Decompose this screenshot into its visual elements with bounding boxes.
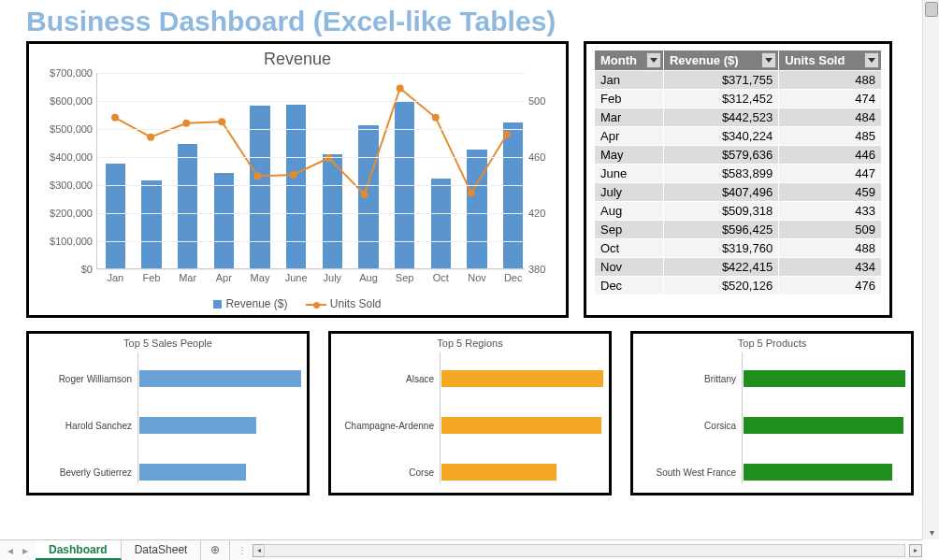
hbar-label: Corsica: [639, 421, 742, 431]
table-row: July$407,496459: [595, 183, 882, 202]
units-point: [147, 134, 154, 141]
y-left-tick: $400,000: [50, 151, 93, 163]
mini-chart-panel: Top 5 Sales PeopleRoger WilliamsonHarold…: [26, 331, 310, 495]
legend-line-swatch: [306, 304, 326, 306]
y-left-tick: $0: [81, 264, 93, 275]
gridline: [97, 269, 525, 270]
table-cell: June: [595, 165, 664, 183]
filter-dropdown-icon[interactable]: [761, 52, 776, 68]
table-cell: 488: [779, 239, 882, 258]
hbar: [744, 464, 892, 481]
x-tick-label: Oct: [433, 268, 449, 283]
tab-nav-arrows[interactable]: ◂ ▸: [0, 540, 36, 560]
hscroll-right-icon[interactable]: ▸: [909, 544, 922, 557]
units-point: [432, 114, 440, 122]
tab-datasheet[interactable]: DataSheet: [122, 540, 202, 560]
units-point: [361, 191, 368, 198]
table-row: Mar$442,523484: [595, 108, 882, 127]
filter-dropdown-icon[interactable]: [646, 52, 661, 68]
units-point: [397, 84, 404, 92]
hbar: [139, 370, 301, 387]
table-row: June$583,899447: [595, 165, 882, 183]
horizontal-scrollbar[interactable]: ⋮ ◂ ▸: [229, 540, 922, 560]
vscroll-down-icon[interactable]: ▾: [927, 528, 936, 538]
units-line: [115, 88, 507, 194]
tab-nav-prev-icon[interactable]: ◂: [7, 544, 13, 557]
y-right-tick: 380: [528, 264, 545, 275]
table-cell: Mar: [595, 108, 664, 127]
table-cell: Nov: [595, 258, 664, 277]
table-cell: 434: [779, 258, 882, 277]
hbar-label: Beverly Gutierrez: [35, 467, 137, 478]
table-row: Oct$319,760488: [595, 239, 882, 258]
table-cell: 488: [779, 71, 882, 90]
hscroll-track[interactable]: [264, 544, 905, 557]
table-header[interactable]: Revenue ($): [663, 50, 778, 71]
hbar-row: Alsace: [337, 369, 598, 388]
units-point: [325, 154, 333, 162]
tab-nav-next-icon[interactable]: ▸: [22, 544, 28, 557]
table-cell: Feb: [595, 90, 664, 108]
hbar: [744, 370, 905, 387]
table-cell: $422,415: [663, 258, 778, 277]
table-row: Feb$312,452474: [595, 90, 882, 108]
hbar: [139, 417, 256, 434]
page-title: Business Dashboard (Excel-like Tables): [0, 0, 939, 41]
table-cell: 476: [779, 277, 882, 295]
table-cell: Aug: [595, 202, 664, 221]
hbar-label: Champagne-Ardenne: [337, 421, 440, 431]
hbar-row: Beverly Gutierrez: [35, 463, 296, 481]
x-tick-label: July: [324, 268, 342, 283]
vscroll-thumb[interactable]: [925, 2, 938, 17]
units-point: [503, 131, 511, 138]
mini-chart-title: Top 5 Products: [639, 337, 905, 349]
x-tick-label: Mar: [179, 268, 196, 283]
y-left-tick: $200,000: [50, 208, 93, 219]
y-right-tick: 420: [528, 208, 545, 219]
gridline: [97, 185, 525, 186]
table-row: Sep$596,425509: [595, 221, 882, 239]
table-row: Jan$371,755488: [595, 71, 882, 90]
table-cell: $312,452: [663, 90, 778, 108]
mini-chart-title: Top 5 Regions: [337, 337, 603, 349]
hbar-row: Champagne-Ardenne: [337, 416, 598, 435]
table-cell: $442,523: [663, 108, 778, 127]
hbar-row: Roger Williamson: [35, 369, 296, 388]
table-cell: Dec: [595, 277, 664, 295]
table-cell: July: [595, 183, 664, 202]
units-point: [468, 189, 475, 196]
table-cell: 484: [779, 108, 882, 127]
splitter-handle-icon[interactable]: ⋮: [234, 545, 251, 555]
table-row: May$579,636446: [595, 146, 882, 165]
data-table: MonthRevenue ($)Units Sold Jan$371,75548…: [594, 50, 882, 295]
revenue-chart-panel: Revenue $0$100,000$200,000$300,000$400,0…: [26, 41, 569, 318]
add-sheet-button[interactable]: ⊕: [201, 540, 229, 560]
table-header[interactable]: Month: [595, 50, 664, 71]
vertical-scrollbar[interactable]: ▴ ▾: [922, 0, 939, 539]
table-row: Aug$509,318433: [595, 202, 882, 221]
table-cell: 446: [779, 146, 882, 165]
table-cell: Jan: [595, 71, 664, 90]
table-header[interactable]: Units Sold: [779, 50, 882, 71]
table-cell: Apr: [595, 127, 664, 146]
hbar-row: South West France: [639, 463, 900, 481]
table-cell: 447: [779, 165, 882, 183]
y-left-tick: $300,000: [50, 179, 93, 191]
gridline: [97, 157, 525, 158]
y-left-tick: $700,000: [50, 67, 93, 79]
x-tick-label: Aug: [359, 268, 378, 283]
table-cell: 485: [779, 127, 882, 146]
gridline: [97, 101, 525, 102]
mini-chart-panel: Top 5 RegionsAlsaceChampagne-ArdenneCors…: [328, 331, 612, 495]
table-cell: $579,636: [663, 146, 778, 165]
x-tick-label: May: [251, 268, 270, 283]
table-cell: Oct: [595, 239, 664, 258]
filter-dropdown-icon[interactable]: [864, 52, 879, 68]
hbar-row: Harold Sanchez: [35, 416, 296, 435]
y-right-tick: 500: [528, 95, 545, 107]
hbar-row: Corsica: [639, 416, 900, 435]
x-tick-label: Feb: [143, 268, 161, 283]
tab-dashboard[interactable]: Dashboard: [36, 540, 122, 560]
table-cell: $583,899: [663, 165, 778, 183]
gridline: [97, 213, 525, 214]
